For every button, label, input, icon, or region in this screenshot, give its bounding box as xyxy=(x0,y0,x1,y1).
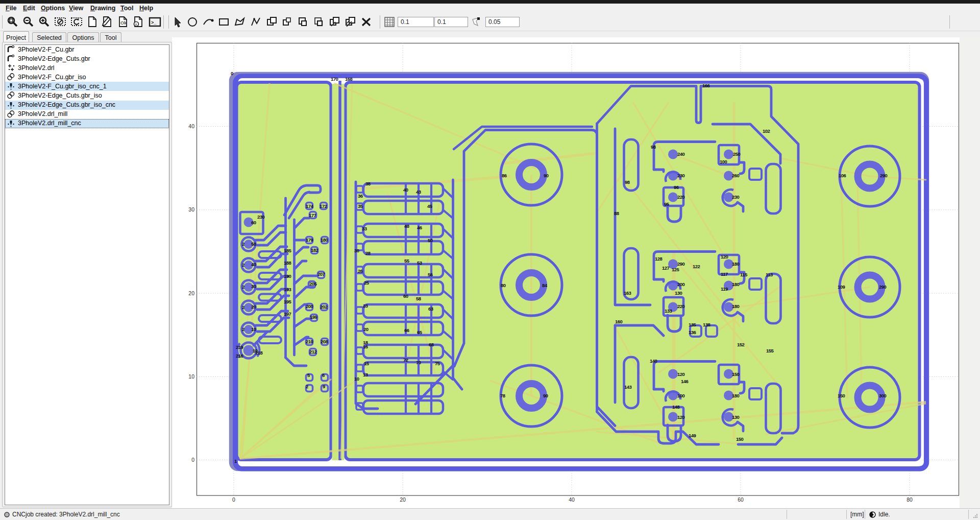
svg-text:30: 30 xyxy=(251,283,256,289)
svg-text:102: 102 xyxy=(763,128,770,134)
svg-text:180: 180 xyxy=(321,237,328,243)
svg-text:10: 10 xyxy=(188,373,194,380)
svg-text:135: 135 xyxy=(689,322,697,327)
svg-text:72: 72 xyxy=(403,357,408,363)
svg-text:46: 46 xyxy=(417,225,422,230)
svg-text:33: 33 xyxy=(362,226,367,231)
svg-text:2: 2 xyxy=(242,304,244,310)
svg-text:100: 100 xyxy=(720,159,727,164)
svg-text:60: 60 xyxy=(738,497,744,503)
svg-text:50: 50 xyxy=(428,238,433,243)
svg-text:117: 117 xyxy=(721,271,728,277)
svg-text:30: 30 xyxy=(354,248,359,253)
svg-text:40: 40 xyxy=(251,262,256,267)
svg-text:109: 109 xyxy=(838,284,845,290)
svg-text:300: 300 xyxy=(879,393,887,398)
svg-text:100: 100 xyxy=(677,393,685,398)
svg-text:180: 180 xyxy=(732,303,740,309)
svg-text:43: 43 xyxy=(416,189,421,195)
svg-text:78: 78 xyxy=(500,393,505,398)
svg-text:>_: >_ xyxy=(151,20,157,25)
svg-text:177: 177 xyxy=(309,212,316,218)
svg-text:155: 155 xyxy=(766,348,774,353)
svg-text:96: 96 xyxy=(674,184,679,190)
svg-text:106: 106 xyxy=(839,173,846,178)
svg-text:207: 207 xyxy=(317,271,325,277)
svg-text:2: 2 xyxy=(306,384,308,389)
svg-text:179: 179 xyxy=(306,237,313,243)
svg-text:113: 113 xyxy=(766,272,773,277)
svg-text:30: 30 xyxy=(188,206,194,212)
svg-text:130: 130 xyxy=(675,290,682,296)
svg-text:120: 120 xyxy=(721,254,728,259)
svg-text:163: 163 xyxy=(624,290,631,296)
svg-text:9: 9 xyxy=(323,384,325,389)
svg-text:190: 190 xyxy=(284,273,291,279)
svg-text:63: 63 xyxy=(428,306,433,312)
svg-text:98: 98 xyxy=(651,144,656,150)
svg-text:55: 55 xyxy=(404,258,410,264)
svg-text:180: 180 xyxy=(732,281,740,287)
svg-text:168: 168 xyxy=(345,76,353,82)
svg-text:2: 2 xyxy=(242,326,244,332)
svg-text:2: 2 xyxy=(242,284,244,290)
svg-text:140: 140 xyxy=(650,358,657,364)
svg-text:68: 68 xyxy=(429,342,434,347)
svg-text:16: 16 xyxy=(363,344,368,349)
svg-text:26: 26 xyxy=(358,268,363,274)
svg-text:182: 182 xyxy=(311,247,318,253)
svg-text:35: 35 xyxy=(358,203,363,209)
svg-text:25: 25 xyxy=(364,280,370,286)
svg-text:90: 90 xyxy=(544,173,549,178)
svg-text:86: 86 xyxy=(502,173,507,178)
svg-text:2: 2 xyxy=(242,241,244,247)
svg-text:90: 90 xyxy=(543,393,548,398)
svg-text:195: 195 xyxy=(284,299,292,304)
svg-text:2: 2 xyxy=(242,262,244,268)
svg-text:149: 149 xyxy=(689,433,696,438)
svg-text:160: 160 xyxy=(615,319,623,324)
svg-text:197: 197 xyxy=(284,311,291,317)
svg-text:10: 10 xyxy=(251,326,256,332)
svg-text:60: 60 xyxy=(251,220,256,225)
svg-text:174: 174 xyxy=(306,203,314,209)
svg-text:220: 220 xyxy=(677,303,685,309)
svg-text:40: 40 xyxy=(403,187,408,193)
svg-text:152: 152 xyxy=(737,342,745,347)
svg-text:208: 208 xyxy=(321,339,328,344)
svg-text:230: 230 xyxy=(257,214,265,220)
svg-text:150: 150 xyxy=(838,393,845,398)
svg-text:15: 15 xyxy=(364,361,370,366)
svg-text:166: 166 xyxy=(702,83,710,88)
svg-text:230: 230 xyxy=(732,194,740,200)
svg-text:66: 66 xyxy=(404,327,409,333)
svg-text:10: 10 xyxy=(354,376,359,382)
svg-text:200: 200 xyxy=(677,281,685,287)
svg-text:128: 128 xyxy=(655,256,663,262)
svg-text:180: 180 xyxy=(732,261,740,267)
svg-text:75: 75 xyxy=(435,361,440,366)
svg-text:0: 0 xyxy=(231,70,233,76)
svg-text:200: 200 xyxy=(306,303,313,309)
svg-text:133: 133 xyxy=(665,308,672,314)
svg-text:120: 120 xyxy=(677,414,685,420)
svg-text:98: 98 xyxy=(625,179,630,185)
svg-text:45: 45 xyxy=(427,203,433,209)
svg-text:65: 65 xyxy=(417,329,423,335)
svg-text:250: 250 xyxy=(733,151,741,157)
svg-text:58: 58 xyxy=(416,296,421,301)
svg-text:180: 180 xyxy=(732,393,740,398)
svg-text:20: 20 xyxy=(400,497,406,503)
svg-text:205: 205 xyxy=(309,281,317,287)
svg-text:188: 188 xyxy=(284,260,291,266)
svg-text:84: 84 xyxy=(542,282,548,288)
svg-text:216: 216 xyxy=(236,353,243,359)
svg-text:119: 119 xyxy=(721,286,728,292)
svg-text:138: 138 xyxy=(703,322,710,327)
svg-text:199: 199 xyxy=(310,314,317,320)
svg-text:56: 56 xyxy=(428,272,433,277)
svg-text:260: 260 xyxy=(732,173,740,178)
svg-text:218: 218 xyxy=(255,350,263,356)
svg-text:6: 6 xyxy=(322,372,325,378)
svg-text:80: 80 xyxy=(501,282,506,288)
